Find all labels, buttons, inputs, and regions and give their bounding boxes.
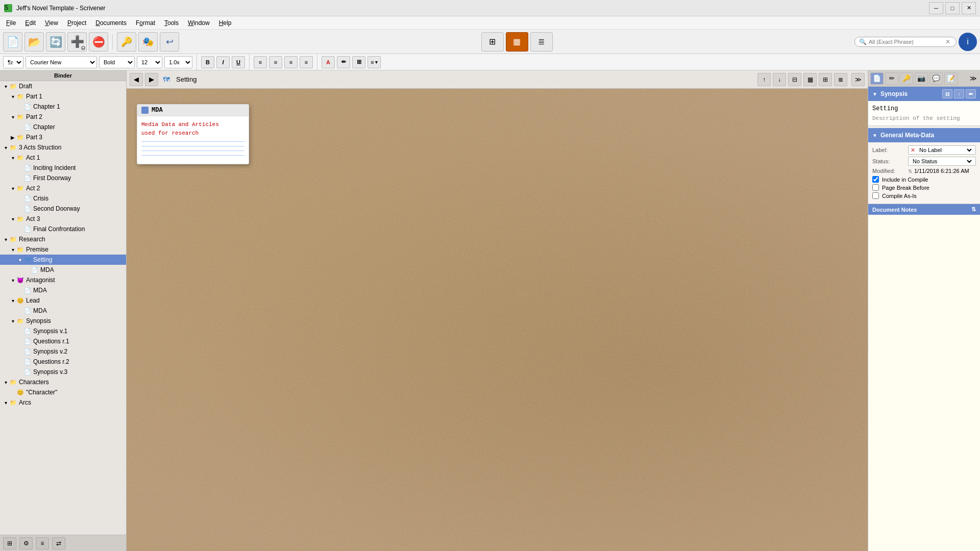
align-justify-button[interactable]: ≡ xyxy=(300,56,313,68)
align-right-button[interactable]: ≡ xyxy=(284,56,298,68)
toggle-research[interactable]: ▾ xyxy=(2,236,9,243)
toggle-characters[interactable]: ▾ xyxy=(2,379,9,386)
new-doc-button[interactable]: 📄 xyxy=(3,32,22,52)
binder-item-chapter[interactable]: ▶ 📄 Chapter xyxy=(0,122,126,132)
binder-item-firstdoor[interactable]: ▶ 📄 First Doorway xyxy=(0,173,126,183)
paragraph-style-select[interactable]: ¶a xyxy=(3,56,23,68)
binder-item-mda2[interactable]: ▶ 📄 MDA xyxy=(0,285,126,295)
synopsis-expand-btn[interactable]: ⊟ xyxy=(942,89,952,98)
align-left-button[interactable]: ≡ xyxy=(254,56,267,68)
nav-back-button[interactable]: ◀ xyxy=(130,73,143,86)
highlight-button[interactable]: ✏ xyxy=(337,56,350,68)
doc-notes-scroll-btn[interactable]: ⇅ xyxy=(971,206,976,213)
meta-label-select[interactable]: No Label xyxy=(917,146,973,154)
toggle-premise[interactable]: ▾ xyxy=(9,246,16,253)
toggle-act2[interactable]: ▾ xyxy=(9,185,16,192)
minimize-button[interactable]: ─ xyxy=(929,2,943,14)
synopsis-up-btn[interactable]: ↑ xyxy=(954,89,964,98)
modified-sort-icon[interactable]: ⇅ xyxy=(908,168,912,174)
binder-item-synopsis[interactable]: ▾ 📁 Synopsis xyxy=(0,316,126,326)
binder-item-mda3[interactable]: ▶ 📄 MDA xyxy=(0,306,126,316)
binder-item-mda1[interactable]: ▶ 📄 MDA xyxy=(0,265,126,275)
binder-new-folder-button[interactable]: ⊞ xyxy=(3,537,16,549)
scrivenings-view-button[interactable]: ⊞ xyxy=(481,32,504,52)
toggle-lead[interactable]: ▾ xyxy=(9,297,16,304)
menu-help[interactable]: Help xyxy=(215,18,236,28)
delete-button[interactable]: ⛔ xyxy=(89,32,108,52)
search-box[interactable]: 🔍 ✕ xyxy=(854,37,957,47)
underline-button[interactable]: U xyxy=(232,56,245,68)
inspector-text-btn[interactable]: 📄 xyxy=(870,72,884,85)
inspector-comments-btn[interactable]: 💬 xyxy=(929,72,943,85)
toggle-act1[interactable]: ▾ xyxy=(9,154,16,161)
toggle-part3[interactable]: ▶ xyxy=(9,134,16,141)
split-h-button[interactable]: ▦ xyxy=(803,73,817,86)
menu-documents[interactable]: Documents xyxy=(91,18,131,28)
compile-asis-checkbox[interactable] xyxy=(872,192,879,199)
synopsis-edit-btn[interactable]: ✏ xyxy=(966,89,976,98)
text-color-button[interactable]: A xyxy=(322,56,335,68)
list-button[interactable]: ≡▾ xyxy=(368,56,381,68)
inspector-synopsis-btn[interactable]: ✏ xyxy=(885,72,898,85)
align-center-button[interactable]: ≡ xyxy=(269,56,282,68)
binder-item-character[interactable]: ▶ 😊 "Character" xyxy=(0,387,126,397)
binder-item-setting[interactable]: ▾ 🗺 Setting xyxy=(0,255,126,265)
menu-view[interactable]: View xyxy=(41,18,62,28)
history-button[interactable]: ↩ xyxy=(160,32,179,52)
binder-item-act2[interactable]: ▾ 📁 Act 2 xyxy=(0,183,126,193)
binder-item-chapter1[interactable]: ▶ 📄 Chapter 1 xyxy=(0,102,126,112)
binder-item-synv1[interactable]: ▶ 📄 Synopsis v.1 xyxy=(0,326,126,336)
binder-item-lead[interactable]: ▾ 😊 Lead xyxy=(0,295,126,306)
search-clear-button[interactable]: ✕ xyxy=(945,38,950,45)
menu-project[interactable]: Project xyxy=(63,18,90,28)
maximize-button[interactable]: □ xyxy=(945,2,960,14)
binder-item-part1[interactable]: ▾ 📁 Part 1 xyxy=(0,91,126,102)
inspector-meta-btn[interactable]: 🔑 xyxy=(900,72,913,85)
outline-view-button[interactable]: ≣ xyxy=(530,32,553,52)
inspector-toggle-button[interactable]: ≫ xyxy=(851,73,865,86)
corkboard-view-button[interactable]: ▦ xyxy=(506,32,528,52)
inspector-expand-btn[interactable]: ≫ xyxy=(969,73,978,83)
inspector-snapshot-btn[interactable]: 📷 xyxy=(915,72,928,85)
keywords-button[interactable]: 🔑 xyxy=(117,32,136,52)
binder-item-arcs[interactable]: ▾ 📁 Arcs xyxy=(0,397,126,408)
binder-item-act3[interactable]: ▾ 📁 Act 3 xyxy=(0,214,126,224)
binder-item-act1[interactable]: ▾ 📁 Act 1 xyxy=(0,153,126,163)
binder-settings-button[interactable]: ⚙ xyxy=(19,537,33,549)
line-spacing-select[interactable]: 1.0x xyxy=(164,56,192,68)
toggle-part1[interactable]: ▾ xyxy=(9,93,16,100)
binder-item-draft[interactable]: ▾ 📁 Draft xyxy=(0,81,126,91)
binder-item-crisis[interactable]: ▶ 📄 Crisis xyxy=(0,193,126,204)
toggle-3acts[interactable]: ▾ xyxy=(2,144,9,151)
search-input[interactable] xyxy=(869,39,945,45)
toggle-antagonist[interactable]: ▾ xyxy=(9,277,16,284)
binder-item-3acts[interactable]: ▾ 📁 3 Acts Struction xyxy=(0,142,126,153)
font-weight-select[interactable]: Bold xyxy=(99,56,135,68)
inspector-footnotes-btn[interactable]: 📝 xyxy=(944,72,958,85)
font-size-select[interactable]: 12 xyxy=(137,56,162,68)
close-button[interactable]: ✕ xyxy=(962,2,976,14)
menu-edit[interactable]: Edit xyxy=(21,18,40,28)
toggle-synopsis[interactable]: ▾ xyxy=(9,317,16,324)
menu-tools[interactable]: Tools xyxy=(160,18,183,28)
outline-toggle-button[interactable]: ≣ xyxy=(834,73,847,86)
italic-button[interactable]: I xyxy=(216,56,230,68)
meta-status-select[interactable]: No Status xyxy=(911,158,973,165)
font-select[interactable]: Courier New xyxy=(26,56,97,68)
binder-item-inciting[interactable]: ▶ 📄 Inciting Incident xyxy=(0,163,126,173)
add-button[interactable]: ➕ ▾ xyxy=(67,32,87,52)
table-button[interactable]: ⊞ xyxy=(352,56,365,68)
binder-item-antagonist[interactable]: ▾ 😈 Antagonist xyxy=(0,275,126,285)
binder-item-synv3[interactable]: ▶ 📄 Synopsis v.3 xyxy=(0,367,126,377)
binder-item-part2[interactable]: ▾ 📁 Part 2 xyxy=(0,112,126,122)
snapshots-button[interactable]: 🎭 xyxy=(138,32,158,52)
binder-item-qr2[interactable]: ▶ 📄 Questions r.2 xyxy=(0,357,126,367)
sync-button[interactable]: 🔄 xyxy=(46,32,65,52)
binder-item-characters[interactable]: ▾ 📁 Characters xyxy=(0,377,126,387)
binder-sync-button[interactable]: ⇄ xyxy=(52,537,65,549)
menu-file[interactable]: File xyxy=(2,18,20,28)
meta-label-value[interactable]: ✕ No Label xyxy=(908,145,976,155)
index-card-mda[interactable]: MDA Media Data and Articlesused for rese… xyxy=(137,104,249,164)
split-v-button[interactable]: ⊟ xyxy=(788,73,801,86)
toggle-act3[interactable]: ▾ xyxy=(9,215,16,222)
